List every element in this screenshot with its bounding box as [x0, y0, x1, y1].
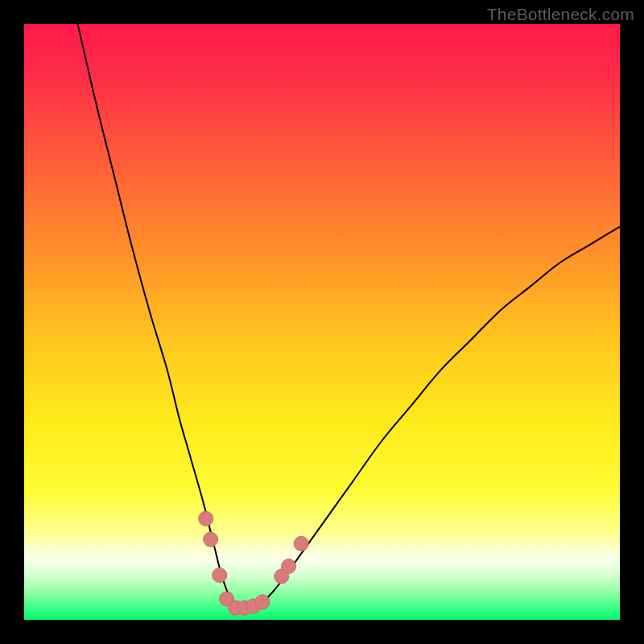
marker-dot [294, 536, 308, 551]
marker-dot [282, 559, 296, 573]
marker-dot [199, 511, 213, 526]
watermark-text: TheBottleneck.com [487, 5, 634, 24]
plot-area [24, 24, 620, 620]
marker-dot [213, 568, 227, 583]
marker-dot [204, 532, 218, 547]
marker-dot [255, 595, 270, 609]
marker-layer [24, 24, 620, 620]
outer-frame: TheBottleneck.com [0, 0, 644, 644]
